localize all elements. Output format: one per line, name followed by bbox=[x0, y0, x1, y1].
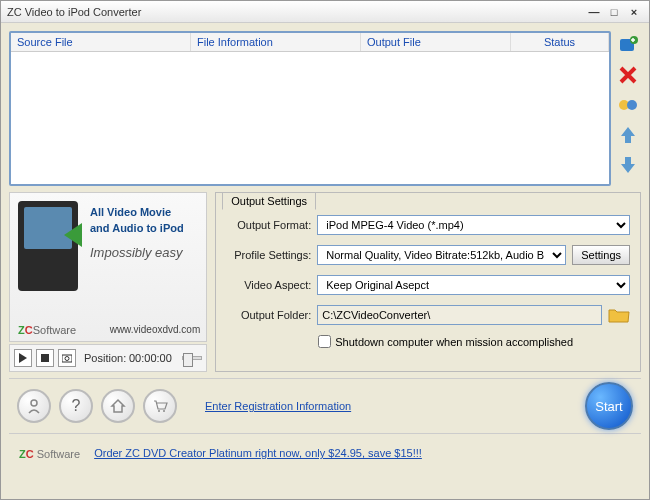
svg-point-3 bbox=[627, 100, 637, 110]
snapshot-button[interactable] bbox=[58, 349, 76, 367]
order-link[interactable]: Order ZC DVD Creator Platinum right now,… bbox=[94, 447, 422, 459]
profile-settings-select[interactable]: Normal Quality, Video Bitrate:512kb, Aud… bbox=[317, 245, 566, 265]
bottom-toolbar: ? Enter Registration Information Start bbox=[9, 378, 641, 434]
output-settings-panel: Output Settings Output Format: iPod MPEG… bbox=[215, 192, 641, 372]
arrow-down-icon bbox=[617, 154, 639, 176]
promo-panel: All Video Movieand Audio to iPod Impossi… bbox=[9, 192, 207, 372]
output-format-select[interactable]: iPod MPEG-4 Video (*.mp4) bbox=[317, 215, 630, 235]
browse-folder-button[interactable] bbox=[608, 306, 630, 324]
add-file-button[interactable] bbox=[616, 33, 640, 57]
arrow-icon bbox=[64, 223, 82, 247]
purchase-button[interactable] bbox=[143, 389, 177, 423]
middle-area: All Video Movieand Audio to iPod Impossi… bbox=[9, 192, 641, 372]
stop-button[interactable] bbox=[36, 349, 54, 367]
svg-point-8 bbox=[158, 410, 160, 412]
move-down-button[interactable] bbox=[616, 153, 640, 177]
titlebar: ZC Video to iPod Converter — □ × bbox=[1, 1, 649, 23]
minimize-button[interactable]: — bbox=[585, 4, 603, 20]
shutdown-checkbox[interactable] bbox=[318, 335, 331, 348]
col-file-info[interactable]: File Information bbox=[191, 33, 361, 51]
promo-text: All Video Movieand Audio to iPod Impossi… bbox=[90, 203, 200, 260]
remove-file-button[interactable] bbox=[616, 63, 640, 87]
position-slider[interactable] bbox=[182, 356, 202, 360]
window-title: ZC Video to iPod Converter bbox=[7, 6, 583, 18]
file-list-header: Source File File Information Output File… bbox=[11, 33, 609, 52]
play-button[interactable] bbox=[14, 349, 32, 367]
move-up-button[interactable] bbox=[616, 123, 640, 147]
app-window: ZC Video to iPod Converter — □ × Source … bbox=[0, 0, 650, 500]
cart-icon bbox=[152, 398, 168, 414]
play-icon bbox=[18, 353, 28, 363]
promo-line2: and Audio to iPod bbox=[90, 222, 184, 234]
player-controls: Position: 00:00:00 bbox=[9, 344, 207, 372]
output-folder-label: Output Folder: bbox=[226, 309, 311, 321]
about-button[interactable] bbox=[17, 389, 51, 423]
filelist-area: Source File File Information Output File… bbox=[9, 31, 641, 186]
registration-link[interactable]: Enter Registration Information bbox=[205, 400, 351, 412]
content-area: Source File File Information Output File… bbox=[1, 23, 649, 499]
promo-line1: All Video Movie bbox=[90, 206, 171, 218]
video-aspect-select[interactable]: Keep Original Asepct bbox=[317, 275, 630, 295]
folder-icon bbox=[608, 306, 630, 324]
maximize-button[interactable]: □ bbox=[605, 4, 623, 20]
promo-url: www.videoxdvd.com bbox=[110, 324, 201, 335]
video-aspect-label: Video Aspect: bbox=[226, 279, 311, 291]
output-folder-field[interactable] bbox=[317, 305, 602, 325]
output-format-label: Output Format: bbox=[226, 219, 311, 231]
arrow-up-icon bbox=[617, 124, 639, 146]
home-button[interactable] bbox=[101, 389, 135, 423]
promo-tagline: Impossibly easy bbox=[90, 245, 200, 260]
file-list-body[interactable] bbox=[11, 52, 609, 184]
side-toolbar bbox=[615, 31, 641, 186]
close-button[interactable]: × bbox=[625, 4, 643, 20]
col-source[interactable]: Source File bbox=[11, 33, 191, 51]
person-icon bbox=[26, 398, 42, 414]
clear-button[interactable] bbox=[616, 93, 640, 117]
col-status[interactable]: Status bbox=[511, 33, 609, 51]
footer: ZC Software Order ZC DVD Creator Platinu… bbox=[9, 440, 641, 466]
start-button[interactable]: Start bbox=[585, 382, 633, 430]
svg-point-9 bbox=[163, 410, 165, 412]
promo-image: All Video Movieand Audio to iPod Impossi… bbox=[9, 192, 207, 342]
footer-brand: ZC Software bbox=[19, 444, 80, 462]
stop-icon bbox=[40, 353, 50, 363]
clear-icon bbox=[617, 94, 639, 116]
delete-icon bbox=[617, 64, 639, 86]
profile-settings-button[interactable]: Settings bbox=[572, 245, 630, 265]
svg-point-7 bbox=[31, 400, 37, 406]
help-button[interactable]: ? bbox=[59, 389, 93, 423]
home-icon bbox=[110, 398, 126, 414]
file-list[interactable]: Source File File Information Output File… bbox=[9, 31, 611, 186]
position-label: Position: 00:00:00 bbox=[84, 352, 172, 364]
col-output-file[interactable]: Output File bbox=[361, 33, 511, 51]
svg-point-6 bbox=[65, 357, 69, 361]
add-icon bbox=[617, 34, 639, 56]
shutdown-label: Shutdown computer when mission accomplis… bbox=[335, 336, 573, 348]
promo-brand: ZCSoftware bbox=[18, 320, 76, 337]
svg-rect-4 bbox=[41, 354, 49, 362]
settings-tab: Output Settings bbox=[222, 192, 316, 210]
profile-settings-label: Profile Settings: bbox=[226, 249, 311, 261]
camera-icon bbox=[62, 353, 72, 363]
